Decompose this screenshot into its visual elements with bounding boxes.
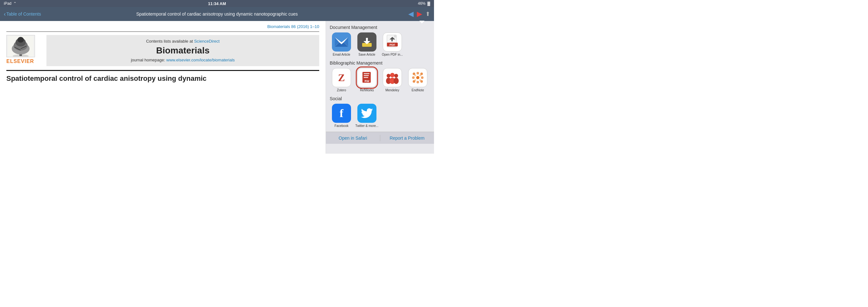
svg-rect-27: [364, 75, 369, 76]
elsevier-logo-area: ELSEVIER: [6, 35, 41, 64]
svg-point-30: [386, 74, 391, 78]
homepage-label: journal homepage:: [131, 58, 165, 62]
svg-point-45: [414, 74, 416, 76]
article-journal-info: Contents lists available at ScienceDirec…: [46, 35, 319, 66]
journal-name: Biomaterials: [52, 45, 314, 56]
bottom-action-bar: Open in Safari Report a Problem: [326, 132, 434, 144]
mendeley-icon-box: [383, 68, 402, 87]
save-label: Save Article: [359, 53, 375, 57]
doc-management-title: Document Management: [330, 25, 430, 30]
tree-svg: [8, 36, 33, 57]
main-layout: Biomaterials 86 (2016) 1–10: [0, 21, 434, 154]
endnote-icon-box: [408, 68, 427, 87]
elsevier-tree-image: [6, 35, 35, 57]
article-top-divider: [6, 31, 319, 32]
email-icon-box: [332, 32, 351, 52]
homepage-link[interactable]: www.elsevier.com/locate/biomaterials: [166, 58, 235, 62]
svg-rect-20: [394, 35, 397, 37]
svg-point-40: [416, 76, 420, 79]
endnote-item[interactable]: EndNote: [406, 68, 430, 92]
endnote-label: EndNote: [412, 88, 424, 92]
mendeley-icon-svg: [385, 71, 399, 84]
nav-prev-icon[interactable]: ◀: [408, 10, 414, 18]
status-bar: iPad ⌃ 11:34 AM 46% ▓: [0, 0, 434, 7]
svg-point-41: [421, 76, 424, 79]
svg-point-39: [412, 76, 414, 79]
endnote-icon-svg: [411, 71, 425, 85]
battery-icon: ▓: [427, 1, 430, 6]
zotero-label: Zotero: [337, 88, 346, 92]
wifi-icon: ⌃: [13, 1, 17, 6]
social-grid: f Facebook Twitter & more...: [330, 104, 430, 128]
status-left: iPad ⌃: [4, 1, 17, 6]
battery-label: 46%: [418, 1, 426, 6]
pdf-icon-svg: PDF: [386, 34, 399, 50]
chevron-left-icon: ‹: [4, 11, 6, 18]
facebook-f-icon: f: [340, 106, 343, 120]
svg-point-46: [420, 74, 421, 76]
facebook-icon-box: f: [332, 104, 351, 123]
save-icon-box: [358, 32, 376, 52]
nav-caret: [420, 21, 425, 24]
nav-bar: ‹ Table of Contents Spatiotemporal contr…: [0, 7, 434, 21]
email-article-item[interactable]: Email Article: [330, 32, 353, 57]
contents-text: Contents lists available at: [146, 39, 193, 43]
save-icon-svg: [360, 35, 374, 49]
back-label: Table of Contents: [6, 11, 41, 17]
svg-point-35: [394, 78, 399, 84]
open-safari-button[interactable]: Open in Safari: [326, 133, 380, 143]
refworks-item[interactable]: RW RefWorks: [355, 68, 379, 92]
article-header: ELSEVIER Contents lists available at Sci…: [6, 35, 319, 66]
back-button[interactable]: ‹ Table of Contents: [4, 11, 41, 18]
svg-rect-28: [364, 77, 368, 78]
zotero-icon-box: Z: [332, 68, 351, 87]
status-time: 11:34 AM: [208, 1, 226, 6]
zotero-item[interactable]: Z Zotero: [330, 68, 353, 92]
nav-title: Spatiotemporal control of cardiac anisot…: [136, 11, 298, 17]
mendeley-label: Mendeley: [385, 88, 399, 92]
twitter-icon-box: [358, 104, 376, 123]
open-pdf-item[interactable]: PDF Open PDF in...: [380, 32, 404, 57]
svg-point-32: [390, 73, 395, 77]
journal-homepage: journal homepage: www.elsevier.com/locat…: [52, 58, 314, 62]
sciencedirect-link[interactable]: ScienceDirect: [194, 39, 219, 43]
social-title: Social: [330, 96, 430, 101]
refworks-icon-box: RW: [358, 68, 376, 87]
pdf-icon-box: PDF: [383, 32, 402, 52]
mendeley-item[interactable]: Mendeley: [380, 68, 404, 92]
svg-point-47: [414, 79, 416, 81]
report-problem-button[interactable]: Report a Problem: [380, 133, 434, 143]
nav-share-icon[interactable]: ⬆: [426, 10, 430, 18]
email-icon-svg: [335, 37, 348, 47]
twitter-item[interactable]: Twitter & more...: [355, 104, 379, 128]
article-paper-title: Spatiotemporal control of cardiac anisot…: [6, 74, 319, 83]
facebook-label: Facebook: [335, 124, 348, 128]
email-label: Email Article: [333, 53, 350, 57]
bib-management-grid: Z Zotero RW RefWorks: [330, 68, 430, 92]
pdf-label: Open PDF in...: [382, 53, 403, 57]
svg-point-43: [416, 81, 419, 83]
svg-point-48: [420, 79, 421, 81]
svg-point-37: [416, 72, 419, 74]
article-area: Biomaterials 86 (2016) 1–10: [0, 21, 326, 154]
status-right: 46% ▓: [418, 1, 430, 6]
svg-text:PDF: PDF: [390, 43, 396, 47]
bib-management-title: Bibliographic Management: [330, 60, 430, 65]
journal-contents: Contents lists available at ScienceDirec…: [52, 39, 314, 43]
article-citation: Biomaterials 86 (2016) 1–10: [6, 24, 319, 29]
twitter-label: Twitter & more...: [355, 124, 379, 128]
doc-management-grid: Email Article Save Article: [330, 32, 430, 57]
refworks-label: RefWorks: [360, 88, 374, 92]
svg-text:RW: RW: [365, 80, 369, 83]
nav-actions: ◀ ▶ ⬆: [408, 10, 430, 18]
save-article-item[interactable]: Save Article: [355, 32, 379, 57]
nav-next-icon[interactable]: ▶: [417, 10, 422, 18]
device-label: iPad: [4, 1, 11, 6]
zotero-z: Z: [338, 72, 345, 84]
thick-divider: [6, 70, 319, 71]
facebook-item[interactable]: f Facebook: [330, 104, 353, 128]
elsevier-text: ELSEVIER: [6, 59, 41, 64]
right-panel: Document Management Email Article: [326, 21, 434, 154]
refworks-icon-svg: RW: [361, 71, 373, 85]
svg-rect-26: [364, 73, 369, 74]
